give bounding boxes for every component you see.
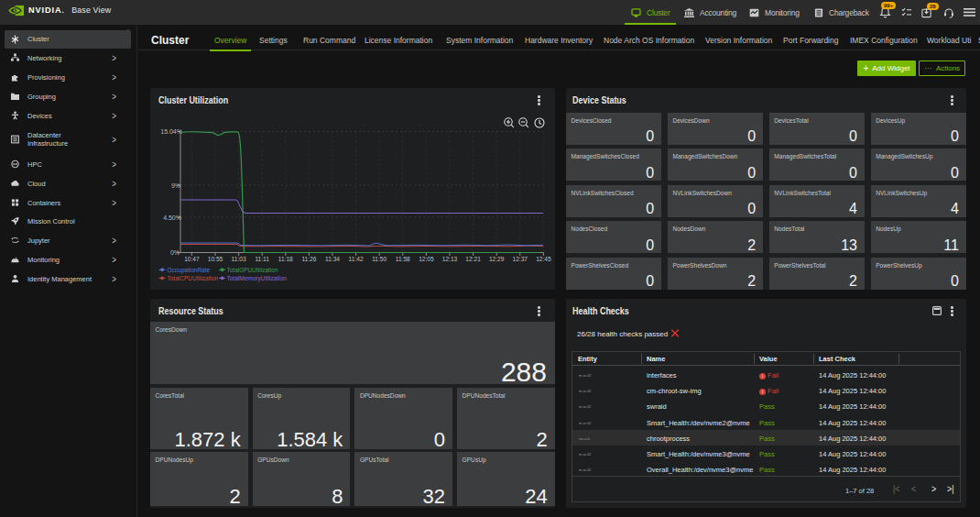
svg-text:9%: 9% [171,182,180,189]
svg-text:11:03: 11:03 [232,256,246,262]
svg-text:10:55: 10:55 [208,256,223,262]
svg-text:TotalCPUUtilization: TotalCPUUtilization [168,275,219,281]
svg-text:11:58: 11:58 [396,256,410,262]
svg-text:11:11: 11:11 [255,256,269,262]
svg-text:12:45: 12:45 [536,256,551,262]
svg-text:TotalGPUUtilization: TotalGPUUtilization [227,267,278,273]
svg-text:4.50%: 4.50% [163,214,181,221]
svg-text:11:18: 11:18 [278,256,293,262]
svg-text:11:42: 11:42 [349,256,364,262]
svg-text:11:34: 11:34 [325,256,340,262]
svg-text:11:50: 11:50 [372,256,387,262]
svg-text:12:05: 12:05 [419,256,434,262]
svg-text:11:26: 11:26 [301,256,316,262]
svg-text:12:21: 12:21 [465,256,481,262]
svg-text:10:47: 10:47 [184,256,200,262]
svg-text:15.04%: 15.04% [160,128,182,135]
svg-text:TotalMemoryUtilization: TotalMemoryUtilization [227,275,288,282]
svg-text:12:13: 12:13 [442,256,458,262]
svg-text:OccupationRate: OccupationRate [168,267,211,274]
svg-text:0%: 0% [170,249,180,256]
svg-text:12:29: 12:29 [489,256,505,262]
svg-text:12:37: 12:37 [513,256,528,262]
